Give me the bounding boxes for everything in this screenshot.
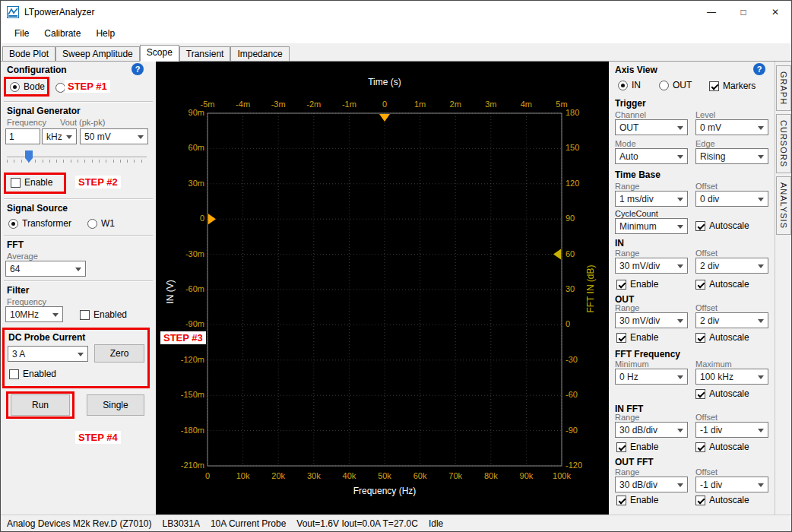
- in-offset-value: 2 div: [696, 261, 758, 271]
- in-marker[interactable]: [208, 214, 216, 224]
- time-marker[interactable]: [379, 114, 390, 122]
- trigger-channel-select[interactable]: OUT: [615, 119, 688, 135]
- in-range-select[interactable]: 30 mV/div: [615, 258, 688, 274]
- fft-average-select[interactable]: 64: [5, 261, 86, 277]
- out-offset-select[interactable]: 2 div: [695, 312, 768, 328]
- in-fft-range-select[interactable]: 30 dB/div: [615, 422, 688, 438]
- out-enable-checkbox[interactable]: Enable: [616, 332, 658, 343]
- checkbox-icon[interactable]: [616, 280, 626, 290]
- tab-sweep-amplitude[interactable]: Sweep Amplitude: [55, 46, 140, 61]
- menu-help[interactable]: Help: [88, 24, 122, 43]
- trigger-mode-select[interactable]: Auto: [615, 148, 688, 164]
- minimize-button[interactable]: —: [695, 1, 727, 24]
- out-fft-range-select[interactable]: 30 dB/div: [615, 477, 688, 492]
- vout-select[interactable]: 50 mV: [80, 128, 148, 144]
- filter-frequency-select[interactable]: 10MHz: [5, 306, 63, 322]
- help-icon[interactable]: ?: [753, 63, 765, 75]
- amplitude-slider[interactable]: [5, 150, 148, 165]
- cyclecount-value: Minimum: [616, 221, 677, 232]
- zero-button[interactable]: Zero: [94, 344, 144, 363]
- plot-tick-label: -3m: [263, 100, 293, 109]
- axis-view-out-radio[interactable]: OUT: [659, 80, 692, 90]
- transformer-label: Transformer: [22, 218, 71, 229]
- w1-radio[interactable]: W1: [87, 218, 115, 229]
- time-base-autoscale-checkbox[interactable]: Autoscale: [695, 220, 749, 231]
- tab-scope[interactable]: Scope: [140, 45, 179, 62]
- tab-analysis[interactable]: ANALYSIS: [776, 176, 791, 235]
- fft-maximum-select[interactable]: 100 kHz: [695, 369, 768, 385]
- radio-icon[interactable]: [10, 82, 20, 92]
- tab-bode-plot[interactable]: Bode Plot: [2, 46, 55, 61]
- menu-file[interactable]: File: [7, 24, 36, 43]
- in-fft-enable-checkbox[interactable]: Enable: [616, 442, 658, 452]
- divider: [4, 280, 153, 282]
- out-fft-autoscale-checkbox[interactable]: Autoscale: [695, 495, 749, 505]
- axis-view-in-radio[interactable]: IN: [618, 80, 641, 90]
- checkbox-icon[interactable]: [695, 280, 705, 290]
- radio-icon[interactable]: [87, 219, 97, 229]
- mode-label: Mode: [615, 139, 636, 148]
- radio-icon[interactable]: [659, 81, 669, 90]
- checkbox-icon[interactable]: [695, 389, 705, 399]
- menu-calibrate[interactable]: Calibrate: [36, 24, 88, 43]
- trigger-edge-select[interactable]: Rising: [695, 148, 768, 164]
- frequency-unit-select[interactable]: kHz: [42, 128, 77, 144]
- markers-checkbox[interactable]: Markers: [709, 81, 756, 91]
- plot-tick-label: -210m: [171, 461, 204, 470]
- checkbox-icon[interactable]: [616, 496, 626, 505]
- checkbox-icon[interactable]: [695, 333, 705, 343]
- plot-tick-label: 90k: [511, 471, 541, 480]
- help-icon[interactable]: ?: [131, 63, 144, 75]
- tab-impedance[interactable]: Impedance: [230, 46, 289, 61]
- maximize-button[interactable]: □: [727, 1, 759, 24]
- dc-probe-current-select[interactable]: 3 A: [8, 346, 88, 362]
- time-base-offset-select[interactable]: 0 div: [695, 191, 768, 207]
- checkbox-icon[interactable]: [709, 81, 719, 91]
- tab-graph[interactable]: GRAPH: [776, 65, 791, 111]
- frequency-input[interactable]: 1: [5, 128, 40, 144]
- dc-probe-enabled-checkbox[interactable]: Enabled: [9, 369, 56, 379]
- cyclecount-label: CycleCount: [615, 209, 658, 218]
- tab-cursors[interactable]: CURSORS: [776, 114, 791, 173]
- cyclecount-select[interactable]: Minimum: [615, 218, 688, 234]
- out-offset-label: Offset: [695, 303, 718, 312]
- close-button[interactable]: ✕: [759, 1, 791, 24]
- in-autoscale-checkbox[interactable]: Autoscale: [695, 279, 749, 290]
- checkbox-icon[interactable]: [616, 442, 626, 452]
- fft-marker[interactable]: [553, 249, 561, 260]
- fft-minimum-select[interactable]: 0 Hz: [615, 369, 688, 385]
- in-fft-autoscale-checkbox[interactable]: Autoscale: [695, 442, 749, 452]
- fft-frequency-autoscale-checkbox[interactable]: Autoscale: [695, 388, 749, 399]
- single-button[interactable]: Single: [87, 394, 144, 416]
- time-base-range-select[interactable]: 1 ms/div: [615, 191, 688, 207]
- window-title: LTpowerAnalyzer: [24, 7, 695, 17]
- signal-generator-enable-checkbox[interactable]: Enable: [11, 177, 52, 188]
- bode-radio[interactable]: Bode: [10, 81, 45, 92]
- fft-frequency-title: FFT Frequency: [615, 349, 680, 359]
- checkbox-icon[interactable]: [80, 310, 90, 320]
- frequency-axis-label: Frequency (Hz): [208, 486, 562, 496]
- checkbox-icon[interactable]: [616, 333, 626, 343]
- plot-tick-label: 30m: [171, 179, 204, 188]
- transformer-radio[interactable]: Transformer: [8, 218, 71, 229]
- checkbox-icon[interactable]: [9, 369, 19, 379]
- radio-icon[interactable]: [8, 219, 18, 229]
- radio-icon[interactable]: [618, 81, 628, 90]
- checkbox-icon[interactable]: [695, 442, 705, 452]
- out-fft-enable-checkbox[interactable]: Enable: [616, 495, 658, 505]
- checkbox-icon[interactable]: [11, 178, 21, 188]
- tab-transient[interactable]: Transient: [179, 46, 231, 61]
- checkbox-icon[interactable]: [695, 496, 705, 505]
- filter-enabled-checkbox[interactable]: Enabled: [80, 309, 127, 320]
- in-fft-offset-select[interactable]: -1 div: [695, 422, 768, 438]
- out-autoscale-checkbox[interactable]: Autoscale: [695, 332, 749, 343]
- run-button[interactable]: Run: [11, 394, 70, 416]
- out-fft-range-value: 30 dB/div: [616, 480, 677, 490]
- out-range-select[interactable]: 30 mV/div: [615, 312, 688, 328]
- trigger-level-input[interactable]: 0 mV: [695, 119, 768, 135]
- status-board: LB3031A: [163, 518, 200, 529]
- in-offset-select[interactable]: 2 div: [695, 258, 768, 274]
- out-fft-offset-select[interactable]: -1 div: [695, 477, 768, 492]
- checkbox-icon[interactable]: [695, 221, 705, 231]
- in-enable-checkbox[interactable]: Enable: [616, 279, 658, 290]
